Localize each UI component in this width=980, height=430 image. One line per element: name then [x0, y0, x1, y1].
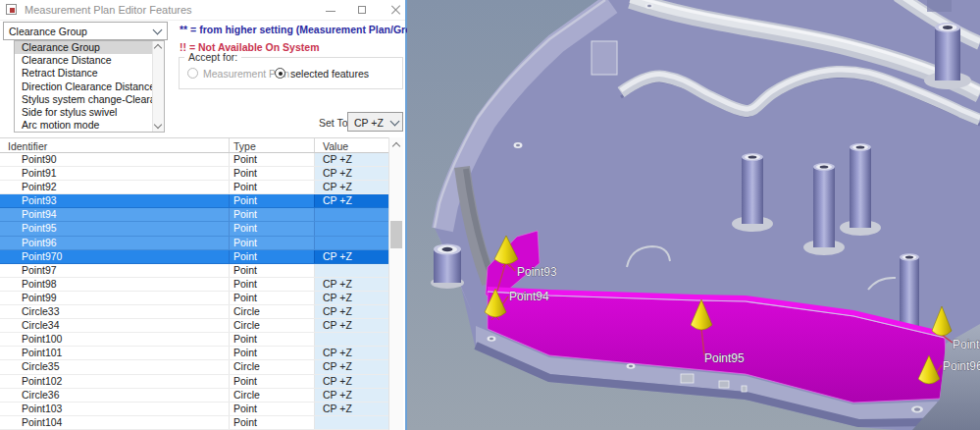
corner-notch: [927, 0, 952, 12]
column-header-type[interactable]: Type: [229, 138, 314, 152]
feature-table: Point90 Point CP +Z Point91 Point CP +Z …: [0, 153, 391, 430]
point-label: Point94: [509, 290, 549, 303]
table-row[interactable]: Circle33 Circle CP +Z: [0, 305, 391, 319]
listbox-item[interactable]: Side for stylus swivel: [15, 106, 153, 119]
table-row[interactable]: Point100 Point: [0, 333, 391, 347]
set-to-label: Set To: [319, 117, 348, 129]
minimize-button[interactable]: [316, 0, 345, 20]
close-icon: [390, 5, 400, 15]
table-row[interactable]: Point104 Point: [0, 416, 391, 430]
window-title: Measurement Plan Editor Features: [25, 4, 192, 16]
titlebar[interactable]: Measurement Plan Editor Features: [0, 0, 405, 21]
table-row[interactable]: Point90 Point CP +Z: [0, 153, 391, 167]
radio-measurement-plan[interactable]: [187, 68, 198, 79]
point-label: Point970: [953, 338, 980, 351]
app-icon: [6, 4, 17, 15]
table-scrollbar[interactable]: [388, 137, 403, 430]
table-row[interactable]: Point99 Point CP +Z: [0, 292, 391, 305]
setting-listbox[interactable]: Clearance GroupClearance DistanceRetract…: [14, 40, 165, 133]
column-header-value[interactable]: Value: [314, 138, 391, 152]
table-row[interactable]: Point95 Point: [0, 222, 391, 236]
maximize-button[interactable]: [348, 0, 378, 20]
combobox-value: Clearance Group: [9, 26, 87, 37]
listbox-item[interactable]: Clearance Distance: [15, 54, 153, 67]
maximize-icon: [358, 6, 366, 14]
accept-for-groupbox: Accept for: Measurement Plan selected fe…: [179, 57, 403, 89]
legend-higher-setting: ** = from higher setting (Measurement Pl…: [180, 24, 428, 35]
table-row[interactable]: Point93 Point CP +Z: [0, 194, 391, 208]
table-header: Identifier Type Value: [0, 137, 391, 153]
table-row[interactable]: Circle34 Circle CP +Z: [0, 319, 391, 333]
radio-selected-features-label: selected features: [290, 68, 369, 80]
table-row[interactable]: Point101 Point CP +Z: [0, 347, 391, 360]
listbox-scrollbar[interactable]: [152, 41, 164, 132]
flange-tab: [592, 41, 617, 75]
scroll-up-icon[interactable]: [154, 44, 162, 52]
table-row[interactable]: Point102 Point CP +Z: [0, 375, 391, 389]
set-to-combobox[interactable]: CP +Z: [347, 112, 403, 132]
scroll-up-icon[interactable]: [392, 142, 400, 150]
table-row[interactable]: Point91 Point CP +Z: [0, 167, 391, 181]
accept-for-label: Accept for:: [184, 51, 241, 63]
point-label: Point95: [704, 351, 745, 365]
table-row[interactable]: Point970 Point CP +Z: [0, 250, 391, 264]
column-header-identifier[interactable]: Identifier: [0, 138, 229, 152]
scroll-down-icon[interactable]: [154, 121, 162, 129]
point-label: Point96: [943, 359, 980, 373]
set-to-value: CP +Z: [354, 117, 384, 129]
listbox-item[interactable]: Clearance Group: [15, 41, 153, 54]
table-row[interactable]: Point94 Point: [0, 208, 391, 222]
table-row[interactable]: Point103 Point CP +Z: [0, 403, 391, 416]
chevron-down-icon: [390, 117, 400, 127]
chevron-down-icon: [153, 26, 163, 35]
listbox-item[interactable]: Retract Distance: [15, 67, 153, 80]
table-row[interactable]: Circle36 Circle CP +Z: [0, 389, 391, 403]
setting-list: Clearance GroupClearance DistanceRetract…: [15, 41, 153, 132]
table-row[interactable]: Point92 Point CP +Z: [0, 181, 391, 194]
point-label: Point93: [517, 265, 557, 279]
listbox-item[interactable]: Stylus system change-Clearance Plane: [15, 93, 153, 106]
measurement-plan-editor-dialog: Measurement Plan Editor Features Clearan…: [0, 0, 407, 430]
listbox-item[interactable]: Arc motion mode: [15, 119, 153, 132]
radio-selected-features[interactable]: [275, 68, 285, 79]
feature-setting-combobox[interactable]: Clearance Group: [3, 22, 168, 40]
table-row[interactable]: Point97 Point: [0, 264, 391, 278]
listbox-item[interactable]: Direction Clearance Distance: [15, 81, 153, 93]
table-row[interactable]: Point98 Point CP +Z: [0, 278, 391, 292]
cad-scene: Point93 Point94 Point95 Point96 Point970: [407, 0, 980, 430]
pin-cylinder: [900, 253, 919, 334]
boss-cylinder: [431, 244, 464, 290]
3d-viewport[interactable]: Point93 Point94 Point95 Point96 Point970: [407, 0, 980, 430]
scrollbar-thumb[interactable]: [390, 221, 402, 248]
table-row[interactable]: Circle35 Circle CP +Z: [0, 360, 391, 374]
minimize-icon: [326, 11, 335, 12]
table-row[interactable]: Point96 Point: [0, 237, 391, 250]
close-button[interactable]: [381, 0, 410, 20]
